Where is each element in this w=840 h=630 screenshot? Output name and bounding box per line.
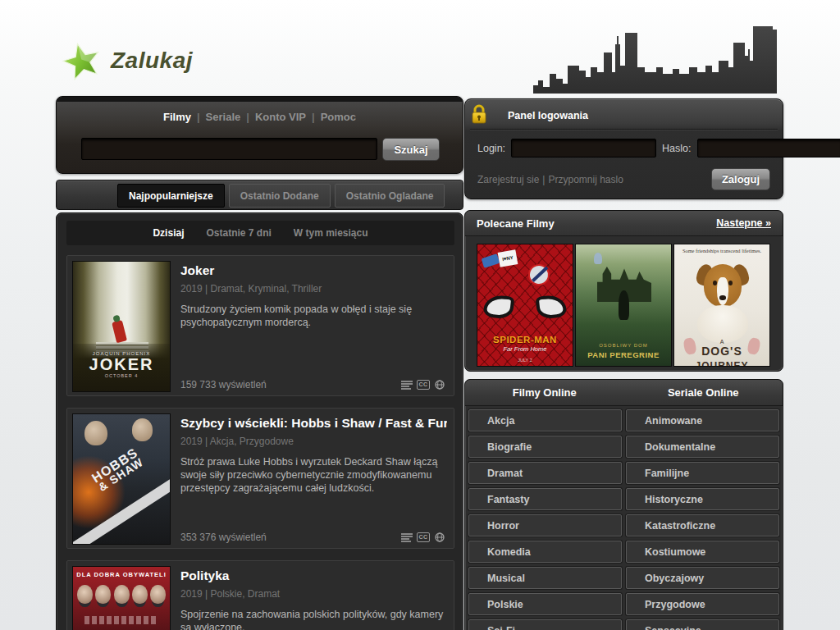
tab-najpopularniejsze[interactable]: Najpopularniejsze: [117, 184, 225, 208]
category-filmy-polskie[interactable]: Polskie: [468, 593, 622, 615]
movie-card-hobbs-shaw: HOBBS & SHAW Szybcy i wściekli: Hobbs i …: [66, 408, 454, 549]
register-link[interactable]: Zarejestruj sie: [477, 174, 539, 185]
poster-subtitle-text: Far From Home: [477, 345, 573, 353]
category-seriale-sensacyjne[interactable]: Sensacyjne: [626, 619, 779, 630]
recommended-poster-a-dogs-journey[interactable]: Some friendships transcend lifetimes. A …: [673, 244, 770, 367]
login-bottom-row: Zarejestruj sie|Przypomnij haslo Zaloguj: [477, 168, 770, 190]
category-seriale-animowane[interactable]: Animowane: [626, 409, 779, 431]
poster-text-block: JOAQUIN PHOENIX JOKER OCTOBER 4: [73, 344, 170, 391]
globe-icon: [434, 532, 445, 542]
poster-head-graphic: [84, 421, 107, 445]
movie-poster-joker[interactable]: JOAQUIN PHOENIX JOKER OCTOBER 4: [72, 261, 171, 392]
movie-description: Stróż prawa Luke Hobbs i wyrzutek Deckar…: [180, 455, 447, 495]
recommended-poster-pani-peregrine[interactable]: OSOBLIWY DOM PANI PEREGRINE: [575, 244, 672, 367]
nav-item-pomoc[interactable]: Pomoc: [321, 111, 356, 123]
list-icon: [401, 380, 413, 390]
poster-spiderman-eye: [483, 294, 515, 320]
lock-icon: [470, 103, 488, 126]
movie-meta: 2019 | Akcja, Przygodowe: [180, 436, 447, 447]
movie-views: 159 733 wyświetleń: [180, 379, 267, 390]
poster-faces-graphic: [77, 585, 166, 604]
main-nav-panel: Filmy|Seriale|Konto VIP|Pomoc Szukaj: [56, 96, 463, 174]
poster-title-text: A: [674, 339, 769, 345]
nav-separator: |: [312, 111, 315, 123]
recommended-title: Polecane Filmy: [477, 217, 555, 230]
poster-subtitle-text: OSOBLIWY DOM: [576, 343, 671, 348]
top-nav: Filmy|Seriale|Konto VIP|Pomoc: [57, 111, 463, 123]
movie-description: Spojrzenie na zachowania polskich polity…: [180, 608, 447, 630]
category-seriale-dokumentalne[interactable]: Dokumentalne: [626, 436, 779, 458]
tab-ostatnio-dodane[interactable]: Ostatnio Dodane: [229, 184, 331, 208]
movie-title[interactable]: Szybcy i wściekli: Hobbs i Shaw / Fast &…: [180, 416, 447, 431]
category-seriale-katastroficzne[interactable]: Katastroficzne: [626, 514, 779, 536]
movie-poster-polityka[interactable]: DLA DOBRA OBYWATELI POLITYKA: [72, 566, 171, 630]
period-subtabs: Dzisiaj Ostatnie 7 dni W tym miesiącu: [66, 221, 454, 245]
category-filmy-biografie[interactable]: Biografie: [468, 436, 622, 458]
poster-dog-graphic: [719, 295, 726, 300]
movie-status-icons: CC: [401, 532, 445, 542]
search-bar: Szukaj: [81, 138, 440, 161]
poster-spiderman-eye: [536, 294, 568, 320]
poster-figure-graphic: [619, 290, 629, 320]
category-seriale-familijne[interactable]: Familijne: [626, 462, 779, 484]
recommended-header: Polecane Filmy Nastepne »: [465, 211, 783, 236]
page: Zalukaj Filmy|Seriale|Konto VIP|Pomoc Sz…: [0, 0, 840, 630]
city-skyline-graphic: [533, 20, 784, 94]
nav-item-konto-vip[interactable]: Konto VIP: [255, 111, 306, 123]
movie-description: Strudzony życiem komik popada w obłęd i …: [180, 303, 447, 329]
subtitles-cc-icon: CC: [417, 532, 430, 542]
poster-title-text: JOKER: [73, 356, 170, 373]
nav-separator: |: [197, 111, 200, 123]
category-seriale-przygodowe[interactable]: Przygodowe: [626, 593, 779, 615]
category-filmy-akcja[interactable]: Akcja: [468, 409, 622, 431]
login-panel: Panel logowania Login: Haslo: Zarejestru…: [464, 98, 783, 199]
password-label: Haslo:: [662, 143, 691, 154]
subtab-ostatnie-7-dni[interactable]: Ostatnie 7 dni: [206, 227, 271, 239]
subtab-dzisiaj[interactable]: Dzisiaj: [153, 227, 184, 239]
next-link[interactable]: Nastepne »: [716, 217, 771, 229]
remind-password-link[interactable]: Przypomnij haslo: [548, 174, 623, 185]
recommended-poster-spider-man[interactable]: I♥NY SPIDER-MAN Far From Home JULY 2: [477, 244, 573, 367]
category-seriale-kostiumowe[interactable]: Kostiumowe: [626, 541, 779, 563]
globe-icon: [434, 380, 445, 390]
category-seriale-obyczajowy[interactable]: Obyczajowy: [626, 567, 779, 589]
login-password-input[interactable]: [697, 139, 840, 158]
movie-poster-hobbs-shaw[interactable]: HOBBS & SHAW: [72, 413, 171, 545]
tab-ostatnio-ogladane[interactable]: Ostatnio Ogladane: [335, 184, 445, 208]
poster-title-text: DOG'S: [674, 345, 769, 358]
nav-item-seriale[interactable]: Seriale: [206, 111, 241, 123]
login-username-input[interactable]: [511, 139, 656, 158]
category-filmy-komedia[interactable]: Komedia: [468, 541, 622, 563]
catalog-header-filmy: Filmy Online: [465, 386, 624, 399]
poster-date-text: JULY 2: [477, 358, 573, 363]
poster-joker-figure: [112, 320, 127, 343]
poster-credits-graphic: [84, 616, 158, 624]
search-input[interactable]: [81, 138, 377, 160]
login-button[interactable]: Zaloguj: [711, 168, 770, 190]
divider: [470, 129, 778, 130]
site-title: Zalukaj: [111, 48, 193, 74]
movie-views: 353 376 wyświetleń: [180, 532, 267, 543]
subtab-w-tym-miesiacu[interactable]: W tym miesiącu: [294, 227, 368, 239]
login-panel-title: Panel logowania: [508, 110, 588, 121]
category-seriale-historyczne[interactable]: Historyczne: [626, 488, 779, 510]
movie-title[interactable]: Joker: [180, 263, 447, 278]
movie-title[interactable]: Polityka: [180, 568, 447, 583]
poster-dog-graphic: [713, 281, 717, 285]
category-filmy-fantasty[interactable]: Fantasty: [468, 488, 622, 510]
subtitles-cc-icon: CC: [417, 380, 430, 390]
movie-status-icons: CC: [401, 380, 445, 390]
search-button[interactable]: Szukaj: [382, 138, 440, 161]
category-filmy-horror[interactable]: Horror: [468, 514, 622, 536]
movie-info: Polityka 2019 | Polskie, Dramat Spojrzen…: [180, 568, 447, 630]
category-filmy-sci-fi[interactable]: Sci-Fi: [468, 619, 622, 630]
poster-title-text: PANI PEREGRINE: [576, 350, 671, 359]
movie-info: Szybcy i wściekli: Hobbs i Shaw / Fast &…: [180, 416, 447, 544]
category-filmy-dramat[interactable]: Dramat: [468, 462, 622, 484]
site-logo[interactable]: Zalukaj: [61, 39, 193, 82]
category-filmy-musical[interactable]: Musical: [468, 567, 622, 589]
poster-title-text: SPIDER-MAN: [477, 335, 573, 345]
list-icon: [401, 532, 413, 542]
poster-dog-graphic: [717, 277, 728, 305]
nav-item-filmy[interactable]: Filmy: [163, 111, 191, 123]
